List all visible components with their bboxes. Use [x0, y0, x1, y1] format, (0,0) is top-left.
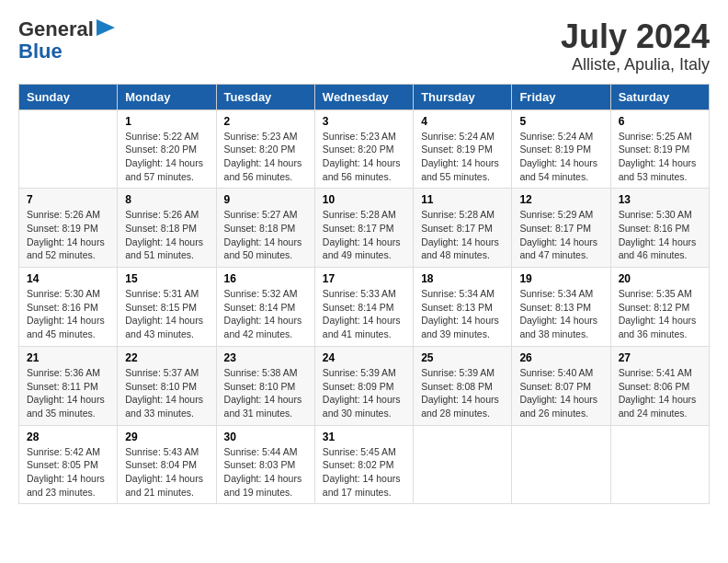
day-info: Sunrise: 5:30 AM Sunset: 8:16 PM Dayligh… — [27, 287, 109, 341]
logo-text-blue: Blue — [18, 40, 63, 63]
col-header-friday: Friday — [512, 84, 610, 109]
day-cell — [512, 425, 610, 504]
day-info: Sunrise: 5:26 AM Sunset: 8:19 PM Dayligh… — [27, 208, 109, 262]
day-cell: 3Sunrise: 5:23 AM Sunset: 8:20 PM Daylig… — [314, 109, 413, 189]
day-number: 11 — [421, 193, 504, 206]
day-cell: 25Sunrise: 5:39 AM Sunset: 8:08 PM Dayli… — [414, 346, 512, 425]
day-info: Sunrise: 5:34 AM Sunset: 8:13 PM Dayligh… — [421, 287, 504, 341]
day-info: Sunrise: 5:43 AM Sunset: 8:04 PM Dayligh… — [125, 445, 208, 500]
logo-text-general: General — [18, 18, 94, 40]
day-cell: 24Sunrise: 5:39 AM Sunset: 8:09 PM Dayli… — [314, 346, 413, 425]
day-number: 31 — [323, 431, 405, 443]
day-cell: 12Sunrise: 5:29 AM Sunset: 8:17 PM Dayli… — [512, 189, 610, 268]
day-info: Sunrise: 5:28 AM Sunset: 8:17 PM Dayligh… — [323, 208, 405, 262]
day-number: 3 — [323, 115, 405, 128]
day-number: 25 — [421, 351, 504, 364]
col-header-tuesday: Tuesday — [216, 84, 314, 109]
svg-marker-0 — [97, 19, 115, 36]
day-cell: 1Sunrise: 5:22 AM Sunset: 8:20 PM Daylig… — [118, 109, 216, 189]
day-cell: 29Sunrise: 5:43 AM Sunset: 8:04 PM Dayli… — [118, 425, 216, 504]
week-row-4: 21Sunrise: 5:36 AM Sunset: 8:11 PM Dayli… — [19, 346, 710, 425]
week-row-2: 7Sunrise: 5:26 AM Sunset: 8:19 PM Daylig… — [19, 189, 710, 268]
day-info: Sunrise: 5:39 AM Sunset: 8:09 PM Dayligh… — [323, 366, 405, 420]
day-cell: 27Sunrise: 5:41 AM Sunset: 8:06 PM Dayli… — [610, 346, 709, 425]
day-number: 20 — [619, 272, 701, 285]
day-number: 18 — [421, 272, 504, 285]
day-number: 28 — [27, 431, 109, 443]
day-number: 12 — [519, 193, 602, 206]
day-info: Sunrise: 5:23 AM Sunset: 8:20 PM Dayligh… — [323, 130, 405, 184]
day-number: 15 — [125, 272, 208, 285]
day-cell: 16Sunrise: 5:32 AM Sunset: 8:14 PM Dayli… — [216, 268, 314, 347]
day-info: Sunrise: 5:40 AM Sunset: 8:07 PM Dayligh… — [519, 366, 602, 420]
day-number: 10 — [323, 193, 405, 206]
col-header-monday: Monday — [118, 84, 216, 109]
day-number: 13 — [619, 193, 701, 206]
day-info: Sunrise: 5:38 AM Sunset: 8:10 PM Dayligh… — [224, 366, 307, 420]
day-info: Sunrise: 5:41 AM Sunset: 8:06 PM Dayligh… — [619, 366, 701, 420]
day-number: 2 — [224, 115, 307, 128]
day-info: Sunrise: 5:42 AM Sunset: 8:05 PM Dayligh… — [27, 445, 109, 500]
day-info: Sunrise: 5:36 AM Sunset: 8:11 PM Dayligh… — [27, 366, 109, 420]
col-header-thursday: Thursday — [414, 84, 512, 109]
day-info: Sunrise: 5:25 AM Sunset: 8:19 PM Dayligh… — [619, 130, 701, 184]
calendar-table: SundayMondayTuesdayWednesdayThursdayFrid… — [18, 84, 710, 505]
day-info: Sunrise: 5:30 AM Sunset: 8:16 PM Dayligh… — [619, 208, 701, 262]
day-cell: 10Sunrise: 5:28 AM Sunset: 8:17 PM Dayli… — [314, 189, 413, 268]
day-number: 30 — [224, 431, 307, 443]
day-number: 23 — [224, 351, 307, 364]
day-cell: 5Sunrise: 5:24 AM Sunset: 8:19 PM Daylig… — [512, 109, 610, 189]
day-number: 21 — [27, 351, 109, 364]
day-number: 16 — [224, 272, 307, 285]
day-cell: 21Sunrise: 5:36 AM Sunset: 8:11 PM Dayli… — [19, 346, 118, 425]
day-number: 6 — [619, 115, 701, 128]
day-cell — [414, 425, 512, 504]
week-row-1: 1Sunrise: 5:22 AM Sunset: 8:20 PM Daylig… — [19, 109, 710, 189]
day-cell: 17Sunrise: 5:33 AM Sunset: 8:14 PM Dayli… — [314, 268, 413, 347]
day-cell: 9Sunrise: 5:27 AM Sunset: 8:18 PM Daylig… — [216, 189, 314, 268]
week-row-3: 14Sunrise: 5:30 AM Sunset: 8:16 PM Dayli… — [19, 268, 710, 347]
day-cell: 19Sunrise: 5:34 AM Sunset: 8:13 PM Dayli… — [512, 268, 610, 347]
day-info: Sunrise: 5:32 AM Sunset: 8:14 PM Dayligh… — [224, 287, 307, 341]
day-info: Sunrise: 5:27 AM Sunset: 8:18 PM Dayligh… — [224, 208, 307, 262]
day-cell: 14Sunrise: 5:30 AM Sunset: 8:16 PM Dayli… — [19, 268, 118, 347]
col-header-sunday: Sunday — [19, 84, 118, 109]
title-block: July 2024 Alliste, Apulia, Italy — [561, 18, 710, 75]
day-info: Sunrise: 5:37 AM Sunset: 8:10 PM Dayligh… — [125, 366, 208, 420]
calendar-subtitle: Alliste, Apulia, Italy — [561, 55, 710, 75]
day-info: Sunrise: 5:26 AM Sunset: 8:18 PM Dayligh… — [125, 208, 208, 262]
day-cell: 13Sunrise: 5:30 AM Sunset: 8:16 PM Dayli… — [610, 189, 709, 268]
day-number: 7 — [27, 193, 109, 206]
day-number: 24 — [323, 351, 405, 364]
day-number: 22 — [125, 351, 208, 364]
logo-arrow-icon — [97, 19, 115, 36]
day-info: Sunrise: 5:39 AM Sunset: 8:08 PM Dayligh… — [421, 366, 504, 420]
day-number: 26 — [519, 351, 602, 364]
day-cell: 2Sunrise: 5:23 AM Sunset: 8:20 PM Daylig… — [216, 109, 314, 189]
day-number: 1 — [125, 115, 208, 128]
day-number: 14 — [27, 272, 109, 285]
day-info: Sunrise: 5:24 AM Sunset: 8:19 PM Dayligh… — [421, 130, 504, 184]
day-cell: 28Sunrise: 5:42 AM Sunset: 8:05 PM Dayli… — [19, 425, 118, 504]
day-cell: 31Sunrise: 5:45 AM Sunset: 8:02 PM Dayli… — [314, 425, 413, 504]
col-header-wednesday: Wednesday — [314, 84, 413, 109]
logo: General Blue — [18, 18, 115, 63]
day-cell: 20Sunrise: 5:35 AM Sunset: 8:12 PM Dayli… — [610, 268, 709, 347]
day-number: 8 — [125, 193, 208, 206]
day-cell: 15Sunrise: 5:31 AM Sunset: 8:15 PM Dayli… — [118, 268, 216, 347]
day-cell: 7Sunrise: 5:26 AM Sunset: 8:19 PM Daylig… — [19, 189, 118, 268]
day-info: Sunrise: 5:28 AM Sunset: 8:17 PM Dayligh… — [421, 208, 504, 262]
day-cell: 30Sunrise: 5:44 AM Sunset: 8:03 PM Dayli… — [216, 425, 314, 504]
week-row-5: 28Sunrise: 5:42 AM Sunset: 8:05 PM Dayli… — [19, 425, 710, 504]
col-header-saturday: Saturday — [610, 84, 709, 109]
day-info: Sunrise: 5:23 AM Sunset: 8:20 PM Dayligh… — [224, 130, 307, 184]
day-cell: 8Sunrise: 5:26 AM Sunset: 8:18 PM Daylig… — [118, 189, 216, 268]
day-cell: 22Sunrise: 5:37 AM Sunset: 8:10 PM Dayli… — [118, 346, 216, 425]
calendar-title: July 2024 — [561, 18, 710, 55]
day-info: Sunrise: 5:22 AM Sunset: 8:20 PM Dayligh… — [125, 130, 208, 184]
day-cell — [610, 425, 709, 504]
day-info: Sunrise: 5:45 AM Sunset: 8:02 PM Dayligh… — [323, 445, 405, 500]
day-info: Sunrise: 5:24 AM Sunset: 8:19 PM Dayligh… — [519, 130, 602, 184]
day-info: Sunrise: 5:33 AM Sunset: 8:14 PM Dayligh… — [323, 287, 405, 341]
day-cell: 6Sunrise: 5:25 AM Sunset: 8:19 PM Daylig… — [610, 109, 709, 189]
